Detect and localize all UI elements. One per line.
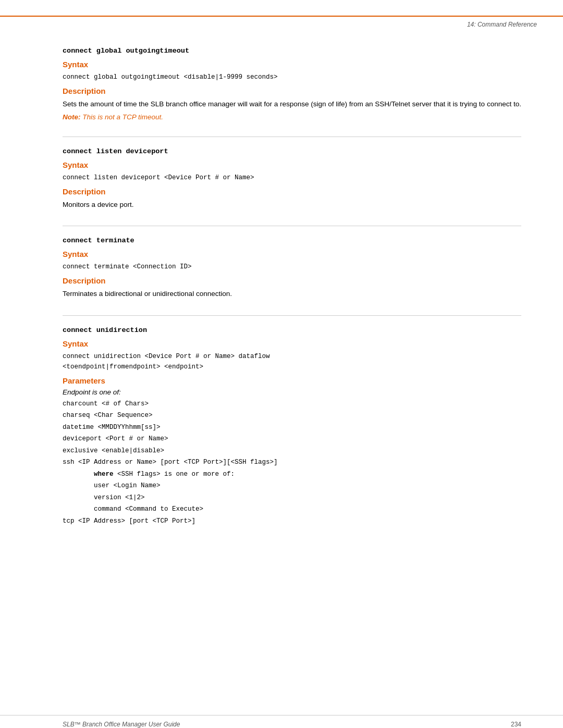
section-connect-global-outgoingtimeout: connect global outgoingtimeout Syntax co…: [63, 47, 521, 121]
syntax-heading-4: Syntax: [63, 339, 521, 348]
syntax-heading-3: Syntax: [63, 250, 521, 258]
command-heading-3: connect terminate: [63, 237, 521, 244]
param-charcount: charcount <# of Chars>: [63, 398, 521, 410]
divider-2: [63, 226, 521, 226]
section-connect-terminate: connect terminate Syntax connect termina…: [63, 237, 521, 300]
description-text-3: Terminates a bidirectional or unidirecti…: [63, 288, 521, 300]
parameters-heading-4: Parameters: [63, 376, 521, 385]
page-header: 14: Command Reference: [467, 21, 537, 28]
description-heading-1: Description: [63, 87, 521, 95]
page-container: 14: Command Reference connect global out…: [0, 16, 563, 728]
footer-right: 234: [511, 721, 521, 728]
command-heading-1: connect global outgoingtimeout: [63, 47, 521, 55]
note-label-1: Note:: [63, 113, 81, 121]
section-connect-unidirection: connect unidirection Syntax connect unid…: [63, 326, 521, 527]
param-exclusive: exclusive <enable|disable>: [63, 445, 521, 457]
param-deviceport: deviceport <Port # or Name>: [63, 433, 521, 445]
param-charseq: charseq <Char Sequence>: [63, 410, 521, 422]
description-text-2: Monitors a device port.: [63, 199, 521, 211]
top-border: [0, 16, 563, 17]
syntax-code-4: connect unidirection <Device Port # or N…: [63, 351, 521, 372]
syntax-code-1: connect global outgoingtimeout <disable|…: [63, 72, 521, 82]
description-text-1: Sets the amount of time the SLB branch o…: [63, 98, 521, 110]
syntax-heading-2: Syntax: [63, 161, 521, 169]
divider-1: [63, 137, 521, 137]
param-ssh-user: user <Login Name>: [63, 480, 521, 492]
param-ssh-version: version <1|2>: [63, 492, 521, 504]
footer: SLB™ Branch Office Manager User Guide 23…: [0, 715, 563, 728]
syntax-code-3: connect terminate <Connection ID>: [63, 262, 521, 272]
note-text-1: Note: This is not a TCP timeout.: [63, 113, 521, 121]
content-area: connect global outgoingtimeout Syntax co…: [0, 16, 563, 584]
note-body-1: This is not a TCP timeout.: [82, 113, 163, 121]
param-datetime: datetime <MMDDYYhhmm[ss]>: [63, 422, 521, 434]
param-ssh: ssh <IP Address or Name> [port <TCP Port…: [63, 456, 521, 468]
endpoint-label: Endpoint is one of:: [63, 388, 521, 396]
param-ssh-where: where <SSH flags> is one or more of:: [63, 468, 521, 480]
divider-3: [63, 315, 521, 316]
footer-left: SLB™ Branch Office Manager User Guide: [63, 721, 180, 728]
header-text: 14: Command Reference: [467, 21, 537, 28]
where-bold: where: [94, 471, 114, 478]
description-heading-2: Description: [63, 187, 521, 196]
syntax-code-2: connect listen deviceport <Device Port #…: [63, 172, 521, 183]
section-connect-listen-deviceport: connect listen deviceport Syntax connect…: [63, 147, 521, 211]
syntax-heading-1: Syntax: [63, 60, 521, 69]
description-heading-3: Description: [63, 276, 521, 285]
command-heading-2: connect listen deviceport: [63, 147, 521, 155]
param-tcp: tcp <IP Address> [port <TCP Port>]: [63, 515, 521, 527]
command-heading-4: connect unidirection: [63, 326, 521, 334]
param-ssh-command: command <Command to Execute>: [63, 503, 521, 515]
